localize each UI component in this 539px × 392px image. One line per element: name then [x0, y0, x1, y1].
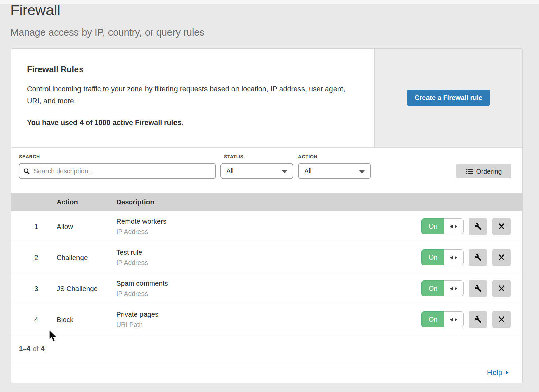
table-row: 4 Block Private pages URI Path On [11, 304, 522, 335]
help-link-label: Help [487, 368, 502, 377]
rule-description-title: Spam comments [116, 279, 421, 288]
rule-match-type: IP Address [116, 228, 421, 236]
edit-rule-button[interactable] [469, 249, 487, 266]
rule-action: Allow [57, 222, 116, 231]
ordering-button[interactable]: Ordering [456, 164, 511, 178]
delete-rule-button[interactable] [492, 280, 511, 297]
rule-priority: 4 [34, 315, 57, 324]
card-heading: Firewall Rules [27, 65, 364, 74]
action-label: ACTION [298, 154, 317, 159]
rule-description: Remote workers IP Address [116, 217, 421, 236]
rule-match-type: IP Address [116, 290, 421, 298]
rule-description: Private pages URI Path [116, 310, 421, 329]
search-icon [23, 168, 30, 175]
rule-priority: 1 [34, 222, 57, 231]
rule-match-type: IP Address [116, 259, 421, 267]
toggle-handle[interactable] [444, 218, 464, 234]
arrow-right-icon [505, 370, 509, 375]
card-description: Control incoming traffic to your zone by… [27, 83, 350, 107]
ordered-list-icon [466, 168, 473, 175]
chevron-down-icon [359, 170, 365, 173]
rule-description: Test rule IP Address [116, 248, 421, 267]
rule-enabled-toggle[interactable]: On [421, 249, 464, 265]
delete-rule-button[interactable] [492, 218, 511, 235]
left-right-arrows-icon [449, 224, 458, 229]
toggle-on-label: On [421, 311, 444, 327]
rule-description-title: Test rule [116, 248, 421, 257]
left-right-arrows-icon [449, 318, 458, 322]
toggle-handle[interactable] [444, 249, 464, 265]
toggle-on-label: On [421, 280, 444, 296]
left-right-arrows-icon [449, 287, 458, 291]
rule-enabled-toggle[interactable]: On [421, 218, 464, 234]
top-strip [0, 0, 539, 4]
rule-enabled-toggle[interactable]: On [421, 280, 464, 296]
chevron-down-icon [282, 170, 287, 173]
toggle-on-label: On [421, 249, 444, 265]
ordering-button-label: Ordering [476, 168, 502, 175]
status-select-value: All [226, 167, 234, 175]
rule-enabled-toggle[interactable]: On [421, 311, 464, 327]
pagination-range: 1–4 [19, 344, 30, 353]
rule-priority: 2 [34, 253, 57, 262]
edit-rule-button[interactable] [469, 280, 487, 297]
rule-action: JS Challenge [57, 284, 116, 293]
page-title: Firewall [10, 2, 60, 19]
rule-action: Challenge [57, 253, 116, 262]
close-icon [498, 285, 505, 292]
intro-text: Firewall Rules Control incoming traffic … [27, 49, 364, 127]
status-label: STATUS [224, 154, 244, 159]
action-select-value: All [304, 167, 312, 175]
pagination: 1–4 of 4 [11, 335, 522, 362]
pagination-total: 4 [41, 344, 44, 353]
usage-summary: You have used 4 of 1000 active Firewall … [27, 119, 364, 127]
rule-description: Spam comments IP Address [116, 279, 421, 298]
toggle-handle[interactable] [444, 311, 464, 327]
status-select[interactable]: All [220, 163, 293, 179]
close-icon [498, 254, 505, 261]
rule-description-title: Private pages [116, 310, 421, 319]
help-link[interactable]: Help [487, 368, 509, 377]
filters-bar: SEARCH STATUS ACTION All All [11, 148, 522, 193]
table-row: 3 JS Challenge Spam comments IP Address … [11, 273, 522, 304]
create-firewall-rule-button[interactable]: Create a Firewall rule [407, 90, 490, 106]
create-rule-panel: Create a Firewall rule [374, 49, 522, 147]
rules-list: 1 Allow Remote workers IP Address On [11, 211, 522, 335]
page-subtitle: Manage access by IP, country, or query r… [10, 27, 204, 38]
rule-action: Block [57, 315, 116, 324]
wrench-icon [474, 285, 482, 292]
card-footer: Help [11, 362, 522, 383]
rule-match-type: URI Path [116, 321, 421, 329]
rule-description-title: Remote workers [116, 217, 421, 225]
close-icon [498, 316, 505, 323]
left-right-arrows-icon [449, 255, 458, 260]
edit-rule-button[interactable] [469, 311, 487, 328]
column-header-action: Action [57, 198, 116, 206]
search-label: SEARCH [19, 154, 40, 159]
rule-priority: 3 [34, 284, 57, 293]
toggle-on-label: On [421, 218, 444, 234]
table-row: 1 Allow Remote workers IP Address On [11, 211, 522, 242]
table-header: Action Description [11, 193, 522, 211]
firewall-rules-card: Firewall Rules Control incoming traffic … [11, 48, 523, 383]
wrench-icon [474, 316, 482, 323]
pagination-of: of [33, 344, 38, 353]
toggle-handle[interactable] [444, 280, 464, 296]
delete-rule-button[interactable] [492, 249, 511, 266]
wrench-icon [474, 254, 482, 261]
column-header-description: Description [116, 198, 522, 206]
table-row: 2 Challenge Test rule IP Address On [11, 242, 522, 273]
close-icon [498, 223, 505, 230]
search-box[interactable] [19, 163, 216, 179]
edit-rule-button[interactable] [469, 218, 487, 235]
wrench-icon [474, 223, 482, 230]
search-input[interactable] [33, 167, 211, 175]
delete-rule-button[interactable] [492, 311, 511, 328]
card-intro-section: Firewall Rules Control incoming traffic … [11, 49, 522, 148]
action-select[interactable]: All [298, 163, 371, 179]
